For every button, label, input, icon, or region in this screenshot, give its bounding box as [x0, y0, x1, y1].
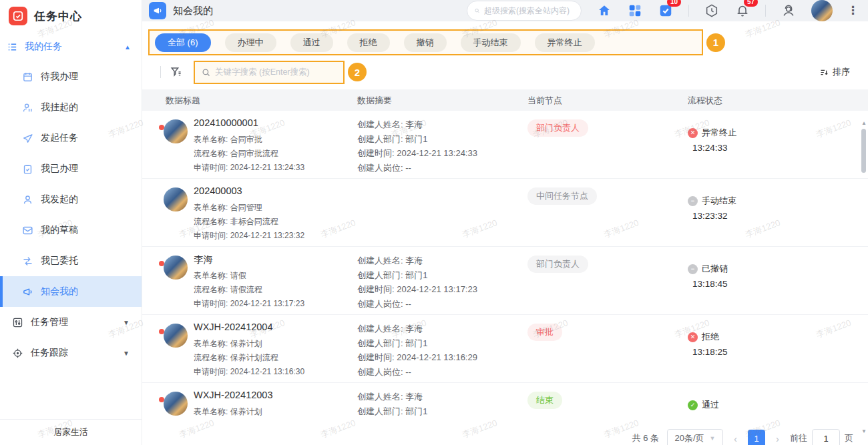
sidebar-group-sliders[interactable]: 任务管理▼ [0, 307, 142, 338]
filter-tab[interactable]: 全部 (6) [155, 33, 211, 52]
apps-button[interactable] [627, 3, 643, 19]
sliders-icon [12, 317, 23, 328]
row-summary-line: 创建时间: 2024-12-21 13:16:29 [357, 350, 477, 365]
goto-page-input[interactable] [812, 429, 840, 445]
row-status: −已撤销13:18:45 [688, 263, 728, 289]
app-logo[interactable]: 任务中心 [0, 0, 142, 32]
keyword-search-box[interactable] [194, 61, 345, 84]
current-node-badge: 结束 [527, 392, 562, 409]
row-summary-line: 创建人部门: 部门1 [357, 336, 477, 351]
status-line: ✓通过 [688, 399, 719, 411]
table-row[interactable]: 202410000001表单名称: 合同审批流程名称: 合同审批流程申请时间: … [142, 111, 868, 179]
sidebar-item-label: 我已委托 [41, 255, 78, 267]
history-button[interactable] [704, 3, 720, 19]
sidebar-group-my-tasks[interactable]: 我的任务 ▲ [0, 32, 142, 61]
keyword-search-input[interactable] [215, 67, 332, 77]
row-detail-lines: 表单名称: 合同管理流程名称: 非标合同流程申请时间: 2024-12-21 1… [194, 201, 304, 243]
sort-label: 排序 [833, 66, 850, 78]
tasks-count-badge: 10 [667, 0, 681, 7]
row-avatar [164, 119, 188, 143]
sidebar-item-mail[interactable]: 我的草稿 [0, 215, 142, 246]
row-detail-line: 申请时间: 2024-12-21 13:17:23 [194, 297, 304, 311]
home-button[interactable] [596, 3, 612, 19]
notifications-button[interactable]: 57 [734, 3, 750, 19]
filter-button[interactable] [170, 65, 183, 79]
sort-button[interactable]: 排序 [819, 66, 850, 78]
sidebar-item-calendar[interactable]: 待我办理 [0, 61, 142, 92]
filter-tab[interactable]: 通过 [290, 33, 333, 52]
row-title: 李海 [194, 254, 213, 266]
topbar-divider [765, 5, 766, 17]
sidebar-item-user-pause[interactable]: 我挂起的 [0, 92, 142, 123]
topbar: 知会我的 10 [142, 0, 868, 21]
page-size-select[interactable]: 20条/页 ▼ [667, 429, 723, 445]
user-avatar[interactable] [811, 0, 833, 21]
main-area: 知会我的 10 [142, 0, 868, 445]
status-info-icon: − [688, 196, 698, 206]
user-pause-icon [22, 102, 33, 113]
sidebar-items: 待我办理我挂起的发起任务我已办理我发起的我的草稿我已委托知会我的 [0, 61, 142, 307]
filter-tab[interactable]: 异常终止 [535, 33, 595, 52]
filter-tab[interactable]: 撤销 [404, 33, 447, 52]
keyword-search-row: 2 排序 [142, 60, 868, 84]
row-summary-line: 创建时间: 2024-12-21 13:24:33 [357, 146, 477, 161]
row-detail-line: 流程名称: 保养计划流程 [194, 351, 304, 365]
next-page-button[interactable]: › [773, 433, 782, 444]
page-number-button[interactable]: 1 [748, 430, 765, 445]
current-node-badge: 审批 [527, 324, 562, 341]
row-summary-line: 创建人姓名: 李海 [357, 390, 427, 404]
sidebar-item-delegate[interactable]: 我已委托 [0, 246, 142, 276]
sidebar-item-clipboard-check[interactable]: 我已办理 [0, 153, 142, 184]
global-search[interactable] [467, 1, 582, 21]
history-clock-icon [704, 3, 719, 18]
status-time: 13:18:45 [692, 279, 728, 289]
scrollbar-thumb[interactable] [861, 129, 866, 173]
table-row[interactable]: WXJH-202412004表单名称: 保养计划流程名称: 保养计划流程申请时间… [142, 315, 868, 383]
topbar-actions: 10 57 ⋮ [467, 0, 859, 21]
user-icon [22, 194, 33, 205]
prev-page-button[interactable]: ‹ [731, 433, 740, 444]
filter-tab[interactable]: 办理中 [225, 33, 276, 52]
support-button[interactable] [781, 3, 797, 19]
row-title: WXJH-202412003 [194, 390, 273, 400]
filter-tab[interactable]: 拒绝 [347, 33, 390, 52]
sidebar-group-target[interactable]: 任务跟踪▼ [0, 338, 142, 368]
current-node-badge: 部门负责人 [527, 119, 588, 137]
row-detail-line: 表单名称: 请假 [194, 269, 304, 283]
status-line: −手动结束 [688, 195, 736, 207]
app-window: 任务中心 我的任务 ▲ 待我办理我挂起的发起任务我已办理我发起的我的草稿我已委托… [0, 0, 868, 445]
status-time: 13:24:33 [692, 143, 736, 153]
app-title: 任务中心 [34, 9, 82, 24]
row-detail-line: 表单名称: 合同审批 [194, 133, 304, 147]
row-summary-line: 创建人岗位: -- [357, 161, 477, 175]
row-detail-lines: 表单名称: 保养计划 [194, 405, 262, 419]
annotation-badge-2: 2 [348, 63, 367, 81]
more-menu-icon[interactable]: ⋮ [847, 7, 859, 14]
table-row[interactable]: 202400003表单名称: 合同管理流程名称: 非标合同流程申请时间: 202… [142, 179, 868, 247]
scroll-down-icon[interactable]: ▼ [861, 428, 867, 435]
scroll-up-icon[interactable]: ▲ [861, 120, 867, 127]
chevron-down-icon: ▼ [710, 435, 716, 442]
status-label: 已撤销 [702, 263, 728, 275]
global-search-input[interactable] [484, 6, 574, 15]
chevron-down-icon[interactable]: ▼ [123, 319, 130, 326]
row-title: 202400003 [194, 185, 242, 196]
my-tasks-button[interactable]: 10 [658, 3, 674, 19]
chevron-up-icon[interactable]: ▲ [124, 43, 131, 51]
goto-label: 前往 [790, 432, 807, 444]
sidebar-item-user[interactable]: 我发起的 [0, 184, 142, 215]
row-title: 202410000001 [194, 117, 258, 128]
chevron-down-icon[interactable]: ▼ [123, 350, 130, 357]
sidebar-item-megaphone[interactable]: 知会我的 [0, 276, 142, 307]
vertical-scrollbar[interactable]: ▲ ▼ [861, 120, 867, 435]
sidebar-footer-link[interactable]: 居家生活 [0, 419, 142, 445]
row-detail-line: 流程名称: 请假流程 [194, 283, 304, 297]
sidebar-item-label: 知会我的 [41, 286, 78, 298]
row-detail-line: 流程名称: 合同审批流程 [194, 147, 304, 161]
status-line: ✕异常终止 [688, 127, 736, 139]
sidebar-item-send[interactable]: 发起任务 [0, 123, 142, 153]
table-row[interactable]: 李海表单名称: 请假流程名称: 请假流程申请时间: 2024-12-21 13:… [142, 247, 868, 315]
row-detail-lines: 表单名称: 请假流程名称: 请假流程申请时间: 2024-12-21 13:17… [194, 269, 304, 311]
filter-tab[interactable]: 手动结束 [461, 33, 521, 52]
list-icon [7, 41, 18, 53]
